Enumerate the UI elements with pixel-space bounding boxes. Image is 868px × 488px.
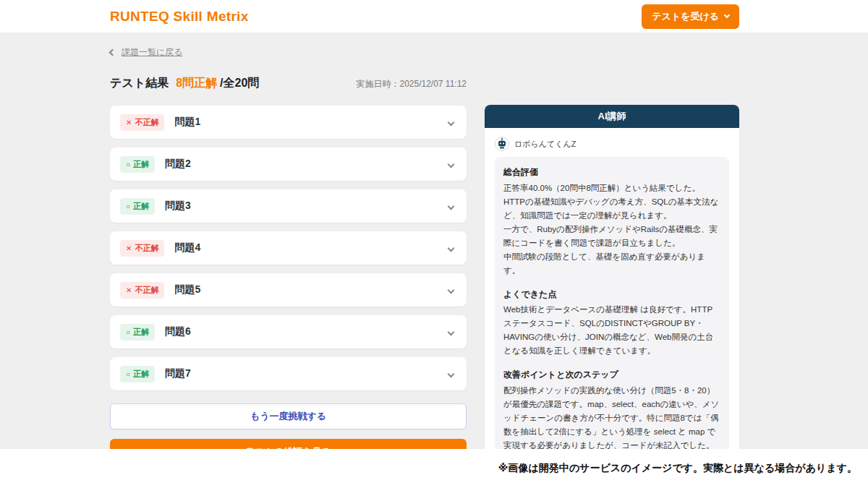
executed-at: 実施日時：2025/12/07 11:12 bbox=[356, 78, 467, 90]
chevron-down-icon bbox=[448, 119, 455, 126]
app-logo: RUNTEQ Skill Metrix bbox=[110, 9, 249, 25]
correct-icon: ○ bbox=[126, 202, 130, 210]
question-row-3[interactable]: ○ 正解 問題3 bbox=[110, 189, 467, 223]
question-label: 問題6 bbox=[165, 325, 191, 338]
app-header: RUNTEQ Skill Metrix テストを受ける bbox=[0, 0, 868, 33]
ai-tutor-panel: AI講師 ロボらんてくんZ bbox=[485, 105, 739, 488]
section-heading: よくできた点 bbox=[503, 288, 720, 302]
question-label: 問題7 bbox=[165, 367, 191, 380]
incorrect-icon: ✕ bbox=[126, 119, 132, 127]
back-to-list-link[interactable]: 課題一覧に戻る bbox=[110, 46, 183, 59]
take-test-button[interactable]: テストを受ける bbox=[642, 4, 739, 29]
correct-icon: ○ bbox=[126, 160, 130, 168]
page-title: テスト結果 bbox=[110, 76, 169, 91]
badge-label: 正解 bbox=[133, 201, 149, 212]
status-badge: ✕ 不正解 bbox=[120, 114, 164, 131]
incorrect-icon: ✕ bbox=[126, 286, 132, 294]
question-label: 問題5 bbox=[174, 283, 200, 296]
ai-panel-title: AI講師 bbox=[485, 105, 739, 128]
question-label: 問題2 bbox=[165, 158, 191, 171]
correct-icon: ○ bbox=[126, 370, 130, 378]
chevron-down-icon bbox=[724, 12, 730, 17]
badge-label: 不正解 bbox=[135, 243, 158, 254]
status-badge: ○ 正解 bbox=[120, 366, 155, 382]
question-label: 問題4 bbox=[174, 241, 200, 254]
take-test-label: テストを受ける bbox=[652, 10, 719, 23]
result-summary: テスト結果 8問正解 /全20問 実施日時：2025/12/07 11:12 bbox=[110, 76, 467, 91]
message-section-strengths: よくできた点 Web技術とデータベースの基礎理解 は良好です。HTTPステータス… bbox=[503, 288, 720, 359]
question-row-6[interactable]: ○ 正解 問題6 bbox=[110, 315, 467, 348]
chevron-down-icon bbox=[448, 160, 455, 168]
ai-message-bubble: 総合評価 正答率40.0%（20問中8問正解）という結果でした。HTTPの基礎知… bbox=[495, 157, 729, 488]
status-badge: ○ 正解 bbox=[120, 156, 155, 173]
section-text: Web技術とデータベースの基礎理解 は良好です。HTTPステータスコード、SQL… bbox=[503, 303, 720, 358]
question-row-1[interactable]: ✕ 不正解 問題1 bbox=[110, 106, 467, 139]
badge-label: 正解 bbox=[133, 369, 149, 380]
section-text: 一方で、Rubyの配列操作メソッドやRailsの基礎概念、実際にコードを書く問題… bbox=[503, 223, 720, 250]
chevron-down-icon bbox=[448, 370, 455, 377]
total-count: /全20問 bbox=[220, 76, 259, 91]
message-section-overall: 総合評価 正答率40.0%（20問中8問正解）という結果でした。HTTPの基礎知… bbox=[503, 166, 720, 278]
question-row-2[interactable]: ○ 正解 問題2 bbox=[110, 147, 467, 181]
status-badge: ✕ 不正解 bbox=[120, 240, 164, 257]
robot-avatar-icon bbox=[495, 137, 509, 151]
correct-count: 8問正解 bbox=[176, 76, 217, 91]
chevron-down-icon bbox=[448, 328, 455, 335]
chevron-down-icon bbox=[448, 244, 455, 252]
bot-name: ロボらんてくんZ bbox=[514, 139, 576, 150]
question-row-4[interactable]: ✕ 不正解 問題4 bbox=[110, 231, 467, 265]
incorrect-icon: ✕ bbox=[126, 244, 132, 252]
question-label: 問題1 bbox=[174, 116, 200, 129]
chevron-down-icon bbox=[448, 286, 455, 294]
status-badge: ○ 正解 bbox=[120, 324, 155, 341]
badge-label: 不正解 bbox=[135, 285, 158, 296]
back-link-label: 課題一覧に戻る bbox=[122, 46, 183, 59]
retry-button[interactable]: もう一度挑戦する bbox=[110, 403, 467, 429]
status-badge: ○ 正解 bbox=[120, 198, 155, 215]
correct-icon: ○ bbox=[126, 328, 130, 336]
badge-label: 正解 bbox=[133, 159, 149, 170]
section-text: 正答率40.0%（20問中8問正解）という結果でした。HTTPの基礎知識やデバッ… bbox=[503, 181, 720, 223]
question-row-5[interactable]: ✕ 不正解 問題5 bbox=[110, 273, 467, 307]
chevron-down-icon bbox=[448, 202, 455, 210]
status-badge: ✕ 不正解 bbox=[120, 282, 164, 299]
bot-identity: ロボらんてくんZ bbox=[495, 137, 729, 151]
section-heading: 改善ポイントと次のステップ bbox=[503, 368, 720, 382]
badge-label: 不正解 bbox=[135, 117, 158, 128]
chevron-left-icon bbox=[109, 49, 116, 56]
question-row-7[interactable]: ○ 正解 問題7 bbox=[110, 357, 467, 390]
badge-label: 正解 bbox=[133, 327, 149, 338]
section-text: 中間試験の段階として、基礎を固め直す必要があります。 bbox=[503, 250, 720, 278]
disclaimer-text: ※画像は開発中のサービスのイメージです。実際とは異なる場合があります。 bbox=[498, 462, 857, 475]
footer-disclaimer-bar: ※画像は開発中のサービスのイメージです。実際とは異なる場合があります。 bbox=[0, 449, 868, 488]
question-label: 問題3 bbox=[165, 200, 191, 213]
section-heading: 総合評価 bbox=[503, 166, 720, 180]
